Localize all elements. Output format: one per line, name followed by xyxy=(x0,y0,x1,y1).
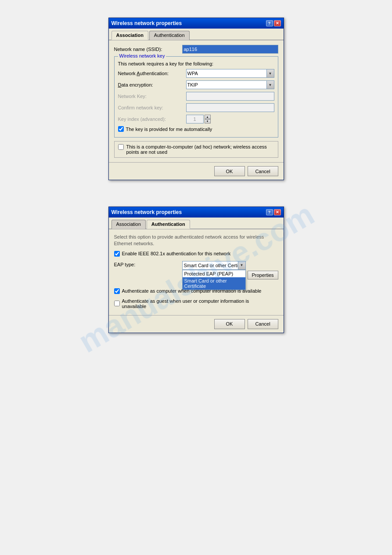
eap-properties-button[interactable]: Properties xyxy=(248,271,278,279)
eap-type-input[interactable] xyxy=(182,261,246,270)
key-index-label: Key index (advanced): xyxy=(118,116,186,122)
dialog1-close-button[interactable]: ✕ xyxy=(274,20,281,26)
auth-section-desc: Select this option to provide authentica… xyxy=(114,234,278,247)
data-enc-select[interactable]: TKIP xyxy=(186,80,274,89)
key-index-up-btn[interactable]: ▲ xyxy=(205,115,211,119)
key-index-input[interactable] xyxy=(186,115,204,123)
eap-type-container: ▼ Protected EAP (PEAP) Smart Card or oth… xyxy=(182,261,246,270)
dialog2-tabs: Association Authentication xyxy=(109,218,284,229)
dialog2-window: Wireless network properties ? ✕ Associat… xyxy=(108,207,284,333)
network-name-input[interactable] xyxy=(182,45,278,54)
dialog2-close-button[interactable]: ✕ xyxy=(274,209,281,215)
eap-type-row: EAP type: ▼ Protected EAP (PEAP) Smart C… xyxy=(114,261,278,279)
auth-guest-row: Authenticate as guest when user or compu… xyxy=(114,298,278,309)
adhoc-label: This is a computer-to-computer (ad hoc) … xyxy=(126,144,274,155)
adhoc-checkbox[interactable] xyxy=(118,144,124,150)
network-auth-select[interactable]: WPA xyxy=(186,69,274,78)
dialog2-title-text: Wireless network properties xyxy=(111,209,182,215)
dialog1-footer: OK Cancel xyxy=(109,162,284,180)
network-key-row: Network Key: xyxy=(118,92,274,101)
tab-association-1[interactable]: Association xyxy=(111,31,148,40)
dialog1-controls: ? ✕ xyxy=(266,20,281,26)
dialog1-tabs: Association Authentication xyxy=(109,29,284,40)
tab-authentication-2[interactable]: Authentication xyxy=(147,220,190,229)
key-index-down-btn[interactable]: ▼ xyxy=(205,119,211,123)
dialog2-footer: OK Cancel xyxy=(109,315,284,333)
dialog1-title-label: Wireless network properties xyxy=(111,20,182,26)
eap-option-smartcard[interactable]: Smart Card or other Certificate xyxy=(183,277,245,290)
auth-computer-checkbox[interactable] xyxy=(114,288,120,294)
network-auth-row: Network Authentication: WPA ▼ xyxy=(118,69,274,78)
confirm-key-input[interactable] xyxy=(186,103,274,112)
ieee-label: Enable IEEE 802.1x authentication for th… xyxy=(122,251,231,256)
data-enc-row: Data encryption: TKIP ▼ xyxy=(118,80,274,89)
network-name-label: Network name (SSID): xyxy=(114,47,182,52)
wireless-key-title: Wireless network key xyxy=(118,53,166,58)
auto-key-label: The key is provided for me automatically xyxy=(126,127,212,132)
dialog1-titlebar: Wireless network properties ? ✕ xyxy=(109,18,284,29)
dialog2-help-button[interactable]: ? xyxy=(266,209,273,215)
key-index-row: Key index (advanced): ▲ ▼ xyxy=(118,115,274,123)
dialog2-controls: ? ✕ xyxy=(266,209,281,215)
dialog1-title-text: Wireless network properties xyxy=(111,20,182,26)
dialog2-content: Select this option to provide authentica… xyxy=(109,229,284,315)
confirm-key-label: Confirm network key: xyxy=(118,105,186,110)
auto-key-row: The key is provided for me automatically xyxy=(118,126,274,132)
ieee-row: Enable IEEE 802.1x authentication for th… xyxy=(114,251,278,257)
data-enc-dropdown-container: TKIP ▼ xyxy=(186,80,274,89)
dialog2-titlebar: Wireless network properties ? ✕ xyxy=(109,207,284,218)
network-key-label: Network Key: xyxy=(118,94,186,99)
auth-guest-checkbox[interactable] xyxy=(114,301,120,306)
confirm-key-row: Confirm network key: xyxy=(118,103,274,112)
dialog2-title-label: Wireless network properties xyxy=(111,209,182,215)
tab-association-2[interactable]: Association xyxy=(111,220,146,229)
key-desc: This network requires a key for the foll… xyxy=(118,61,274,66)
network-auth-label: Network Authentication: xyxy=(118,71,186,76)
tab-authentication-1[interactable]: Authentication xyxy=(149,31,190,40)
eap-dropdown-list: Protected EAP (PEAP) Smart Card or other… xyxy=(182,270,246,290)
ieee-checkbox[interactable] xyxy=(114,251,120,257)
network-auth-dropdown-container: WPA ▼ xyxy=(186,69,274,78)
eap-type-label: EAP type: xyxy=(114,261,182,267)
wireless-key-group: Wireless network key This network requir… xyxy=(114,56,278,138)
wireless-key-content: This network requires a key for the foll… xyxy=(118,61,274,132)
dialog1-window: Wireless network properties ? ✕ Associat… xyxy=(108,18,284,180)
auto-key-checkbox[interactable] xyxy=(118,126,124,132)
dialog1-cancel-button[interactable]: Cancel xyxy=(248,166,278,176)
key-index-spinner: ▲ ▼ xyxy=(186,115,211,123)
dialog2-cancel-button[interactable]: Cancel xyxy=(248,319,278,329)
dialog2-ok-button[interactable]: OK xyxy=(214,319,245,329)
auth-guest-label: Authenticate as guest when user or compu… xyxy=(122,298,249,309)
eap-option-peap[interactable]: Protected EAP (PEAP) xyxy=(183,270,245,277)
key-index-spinner-btns: ▲ ▼ xyxy=(205,115,211,123)
adhoc-section: This is a computer-to-computer (ad hoc) … xyxy=(114,141,278,158)
dialog1-ok-button[interactable]: OK xyxy=(214,166,245,176)
network-key-input[interactable] xyxy=(186,92,274,101)
network-name-row: Network name (SSID): xyxy=(114,45,278,54)
eap-dropdown-wrapper: ▼ xyxy=(182,261,246,270)
data-enc-label: Data encryption: xyxy=(118,82,186,87)
dialog1-content: Network name (SSID): Wireless network ke… xyxy=(109,40,284,162)
dialog1-help-button[interactable]: ? xyxy=(266,20,273,26)
